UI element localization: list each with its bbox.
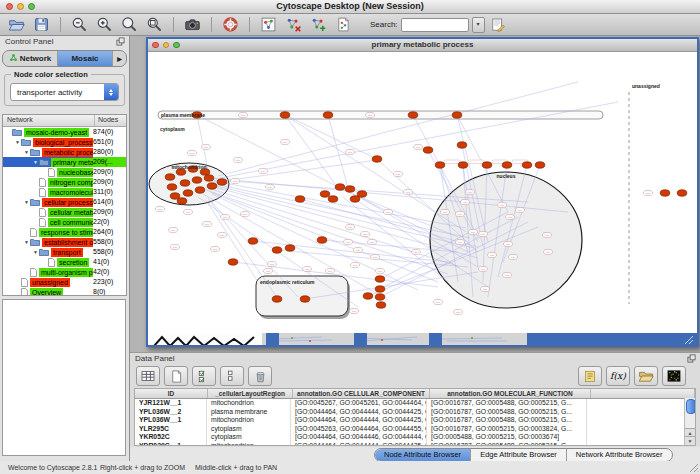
- graph-node-small[interactable]: [479, 231, 488, 236]
- expand-arrow-icon[interactable]: ▼: [23, 239, 30, 245]
- graph-node-small[interactable]: [466, 189, 475, 194]
- zoom-in-icon[interactable]: [94, 15, 115, 34]
- float-panel-icon[interactable]: [116, 37, 125, 48]
- graph-node[interactable]: [376, 302, 386, 308]
- tree-row[interactable]: nucleobase-209(0): [3, 167, 126, 177]
- graph-node[interactable]: [357, 191, 367, 197]
- network-window-titlebar[interactable]: primary metabolic process: [148, 39, 697, 52]
- tree-row[interactable]: mosaic-demo-yeast874(0): [3, 127, 126, 137]
- graph-node[interactable]: [228, 259, 238, 265]
- node-color-dropdown[interactable]: transporter activity: [10, 83, 119, 101]
- graph-node[interactable]: [167, 184, 177, 190]
- background-window-edge[interactable]: [266, 333, 279, 345]
- tree-column-network[interactable]: Network: [3, 115, 95, 126]
- expand-arrow-icon[interactable]: ▼: [23, 199, 30, 205]
- graph-node[interactable]: [248, 238, 258, 244]
- column-header[interactable]: ID: [135, 389, 208, 398]
- graph-node[interactable]: [345, 186, 355, 192]
- graph-node-small[interactable]: [456, 239, 465, 244]
- network-box-icon[interactable]: [258, 15, 279, 34]
- tab-overflow-arrow[interactable]: ▶: [113, 51, 126, 66]
- matrix-icon[interactable]: [662, 366, 686, 386]
- graph-node-small[interactable]: [516, 207, 525, 212]
- tab-mosaic[interactable]: Mosaic: [58, 51, 113, 66]
- graph-node[interactable]: [195, 187, 205, 193]
- graph-node-small[interactable]: [344, 239, 353, 244]
- graph-node-small[interactable]: [350, 308, 359, 313]
- network-canvas[interactable]: plasma membranecytoplasmmitochondrionnuc…: [148, 52, 697, 333]
- search-dropdown-button[interactable]: ▾: [472, 17, 485, 33]
- graph-node[interactable]: [660, 190, 670, 196]
- zoom-out-icon[interactable]: [69, 15, 90, 34]
- tree-row[interactable]: Overview8(0): [3, 287, 126, 296]
- graph-node[interactable]: [183, 190, 193, 196]
- tree-column-nodes[interactable]: Nodes: [95, 115, 126, 126]
- graph-node[interactable]: [375, 294, 385, 300]
- tree-row[interactable]: nitrogen compo209(0): [3, 177, 126, 187]
- graph-node-small[interactable]: [169, 227, 178, 232]
- float-panel-icon[interactable]: [687, 354, 696, 365]
- tree-row[interactable]: multi-organism pro42(0): [3, 267, 126, 277]
- tab-edge-attribute-browser[interactable]: Edge Attribute Browser: [471, 449, 567, 461]
- tree-row[interactable]: ▼transport558(0): [3, 247, 126, 257]
- select-attributes-icon[interactable]: [192, 366, 216, 386]
- graph-node[interactable]: [180, 180, 190, 186]
- graph-node[interactable]: [372, 156, 382, 162]
- table-row[interactable]: YKR052Ccytoplasm[GO:0044464, GO:0044446,…: [135, 433, 695, 442]
- graph-node[interactable]: [272, 247, 282, 253]
- table-row[interactable]: YJR121W__1mitochondrion[GO:0045267, GO:0…: [135, 399, 695, 408]
- graph-node[interactable]: [280, 112, 290, 118]
- tab-network-attribute-browser[interactable]: Network Attribute Browser: [567, 449, 672, 461]
- tree-row[interactable]: unassigned223(0): [3, 277, 126, 287]
- graph-node-small[interactable]: [211, 246, 220, 251]
- graph-node[interactable]: [320, 191, 330, 197]
- tree-row[interactable]: ▼metabolic process280(0): [3, 147, 126, 157]
- expand-arrow-icon[interactable]: ▼: [32, 159, 39, 165]
- graph-node-small[interactable]: [394, 171, 403, 176]
- expand-arrow-icon[interactable]: ▼: [14, 139, 21, 145]
- page-network-icon[interactable]: [333, 15, 354, 34]
- graph-node-small[interactable]: [303, 266, 312, 271]
- graph-node-small[interactable]: [503, 272, 512, 277]
- graph-node-small[interactable]: [203, 221, 212, 226]
- graph-node-small[interactable]: [266, 184, 275, 189]
- column-header[interactable]: annotation.GO MOLECULAR_FUNCTION: [430, 389, 591, 398]
- graph-node[interactable]: [272, 296, 282, 302]
- graph-node-small[interactable]: [441, 209, 450, 214]
- graph-node-small[interactable]: [481, 286, 490, 291]
- graph-node-small[interactable]: [268, 261, 277, 266]
- graph-node-small[interactable]: [488, 252, 497, 257]
- zoom-fit-icon[interactable]: [119, 15, 140, 34]
- advanced-search-icon[interactable]: [488, 15, 509, 34]
- graph-node[interactable]: [300, 296, 310, 302]
- graph-node[interactable]: [363, 293, 373, 299]
- graph-node[interactable]: [177, 198, 187, 204]
- graph-node-small[interactable]: [231, 178, 240, 183]
- scrollbar-thumb[interactable]: [686, 399, 696, 414]
- app-resize-grip[interactable]: [688, 462, 699, 473]
- graph-node-small[interactable]: [264, 268, 273, 273]
- graph-node-small[interactable]: [221, 214, 230, 219]
- scroll-down-button[interactable]: ▼: [685, 436, 695, 445]
- graph-node-small[interactable]: [171, 244, 180, 249]
- tab-network[interactable]: Network: [3, 51, 58, 66]
- tree-row[interactable]: ▼biological_process651(0): [3, 137, 126, 147]
- background-window-edge[interactable]: [354, 333, 367, 345]
- tree-row[interactable]: ▼primary metabo209(...: [3, 157, 126, 167]
- graph-node-small[interactable]: [509, 254, 518, 259]
- graph-node-small[interactable]: [384, 209, 393, 214]
- graph-node[interactable]: [192, 177, 202, 183]
- graph-node[interactable]: [335, 184, 345, 190]
- save-icon[interactable]: [31, 15, 52, 34]
- graph-node-small[interactable]: [498, 202, 507, 207]
- graph-node[interactable]: [677, 190, 687, 196]
- graph-node[interactable]: [170, 193, 180, 199]
- graph-node-small[interactable]: [412, 249, 421, 254]
- annotation-icon[interactable]: [578, 366, 602, 386]
- new-attribute-icon[interactable]: [164, 366, 188, 386]
- graph-node[interactable]: [217, 179, 227, 185]
- tree-row[interactable]: ▼establishment of lo558(0): [3, 237, 126, 247]
- unselect-attributes-icon[interactable]: [220, 366, 244, 386]
- table-row[interactable]: YPL036W__1mitochondrion[GO:0044464, GO:0…: [135, 416, 695, 425]
- function-builder-icon[interactable]: f(x): [606, 366, 630, 386]
